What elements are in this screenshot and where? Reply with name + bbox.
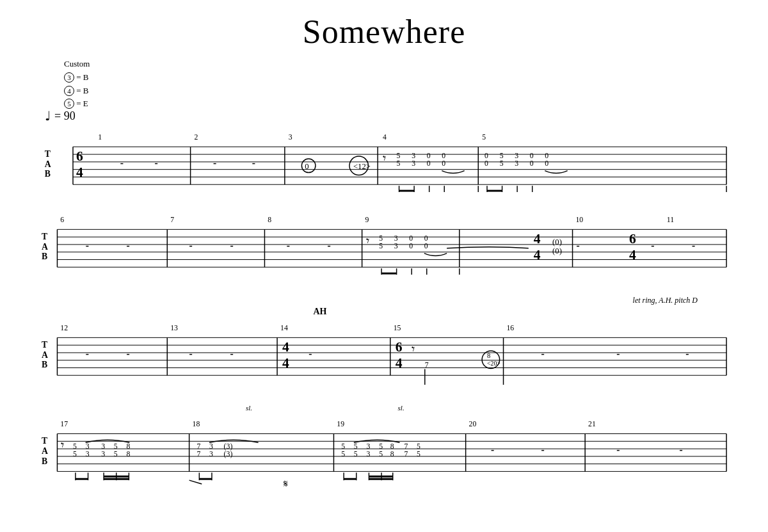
svg-text:12: 12 — [60, 324, 68, 332]
svg-text:3: 3 — [515, 159, 518, 168]
svg-text:4: 4 — [282, 355, 289, 371]
svg-text:-: - — [189, 240, 193, 251]
svg-text:3: 3 — [289, 133, 292, 141]
svg-text:0: 0 — [427, 159, 431, 168]
svg-text:3: 3 — [101, 450, 105, 458]
tempo: ♩ = 90 — [38, 108, 730, 124]
svg-text:7: 7 — [404, 450, 408, 458]
staff-svg-row4: T A B 17 18 19 20 21 𝄾 5 5 3 3 3 5 8 — [38, 414, 730, 488]
svg-text:<12>: <12> — [353, 162, 371, 171]
tuning-info: Custom 3 = B 4 = B 5 = E — [64, 58, 90, 111]
tempo-note: ♩ — [45, 108, 51, 124]
tuning-string-5: 5 = E — [64, 97, 90, 111]
svg-text:5: 5 — [114, 450, 118, 458]
svg-text:-: - — [126, 240, 129, 251]
svg-text:<20>: <20> — [487, 360, 500, 367]
svg-text:4: 4 — [629, 247, 636, 262]
svg-text:0: 0 — [409, 242, 413, 250]
svg-text:0: 0 — [530, 159, 534, 168]
svg-text:8: 8 — [487, 351, 490, 359]
svg-text:18: 18 — [193, 420, 200, 428]
svg-text:-: - — [651, 240, 654, 251]
page-title: Somewhere — [38, 13, 730, 51]
svg-text:14: 14 — [280, 324, 288, 332]
svg-text:-: - — [155, 157, 158, 168]
svg-text:𝄾: 𝄾 — [367, 238, 370, 243]
svg-text:3: 3 — [367, 450, 371, 458]
svg-text:-: - — [541, 444, 544, 455]
svg-text:4: 4 — [282, 339, 289, 355]
svg-text:T: T — [45, 149, 51, 159]
svg-text:11: 11 — [667, 216, 674, 224]
svg-text:-: - — [328, 240, 331, 251]
svg-text:6: 6 — [629, 231, 636, 246]
svg-text:5: 5 — [500, 159, 504, 168]
svg-text:B: B — [42, 360, 47, 369]
svg-text:-: - — [679, 444, 682, 455]
svg-text:0: 0 — [305, 162, 308, 171]
svg-text:-: - — [86, 240, 89, 251]
svg-text:4: 4 — [396, 355, 403, 371]
svg-text:5: 5 — [482, 133, 486, 141]
svg-text:7: 7 — [170, 216, 174, 224]
svg-text:-: - — [287, 240, 290, 251]
staff-row-2: T A B 6 7 8 9 10 11 - - - - - - — [38, 210, 730, 277]
staff-svg-row3: T A B 12 13 14 15 16 - - - - 4 4 - — [38, 318, 730, 382]
svg-text:-: - — [616, 444, 620, 455]
svg-text:5: 5 — [379, 242, 383, 250]
svg-text:-: - — [213, 157, 216, 168]
staff-row-4: sl. sl. T A B 17 18 19 20 21 — [38, 404, 730, 490]
svg-text:5: 5 — [73, 450, 77, 458]
svg-text:21: 21 — [588, 420, 596, 428]
svg-text:4: 4 — [76, 165, 83, 180]
svg-text:-: - — [576, 240, 579, 251]
svg-text:𝄾: 𝄾 — [383, 156, 386, 161]
svg-text:9: 9 — [365, 216, 369, 224]
tuning-label: Custom — [64, 58, 90, 71]
svg-text:-: - — [692, 240, 695, 251]
svg-text:8: 8 — [268, 216, 271, 224]
svg-text:3: 3 — [412, 159, 415, 168]
svg-text:2: 2 — [194, 133, 198, 141]
svg-text:-: - — [541, 348, 544, 359]
svg-text:5: 5 — [417, 450, 420, 458]
svg-text:A: A — [42, 446, 48, 456]
svg-text:-: - — [189, 348, 193, 359]
svg-text:-: - — [230, 240, 233, 251]
svg-text:10: 10 — [575, 216, 583, 224]
svg-text:-: - — [86, 348, 89, 359]
tuning-string-3: 3 = B — [64, 71, 90, 85]
svg-text:13: 13 — [170, 324, 178, 332]
svg-text:19: 19 — [337, 420, 344, 428]
svg-text:(0): (0) — [552, 246, 562, 255]
svg-text:5: 5 — [341, 450, 345, 458]
sl-annotations: sl. sl. — [38, 404, 730, 414]
svg-text:0: 0 — [545, 159, 548, 168]
svg-text:5: 5 — [397, 159, 401, 168]
svg-text:3: 3 — [209, 450, 213, 458]
svg-text:6: 6 — [396, 339, 403, 355]
svg-text:4: 4 — [383, 133, 387, 141]
svg-text:16: 16 — [506, 324, 514, 332]
svg-text:8: 8 — [390, 450, 394, 458]
staff-svg-row1: T A B 6 4 1 2 3 4 5 - - - - — [38, 127, 730, 188]
svg-text:6: 6 — [60, 216, 64, 224]
svg-text:𝄾: 𝄾 — [412, 346, 415, 351]
svg-text:0: 0 — [424, 242, 428, 250]
svg-text:0: 0 — [442, 159, 445, 168]
sl-annotation-1: sl. — [246, 404, 252, 412]
svg-text:-: - — [120, 157, 124, 168]
annotation-let-ring: let ring, A.H. pitch D — [38, 296, 730, 305]
staff-row-1: T A B 6 4 1 2 3 4 5 - - - - — [38, 127, 730, 191]
svg-text:𝄾: 𝄾 — [61, 442, 64, 447]
staff-row-3: let ring, A.H. pitch D AH T A B 12 13 14… — [38, 296, 730, 385]
svg-text:5: 5 — [379, 450, 383, 458]
staff-svg-row2: T A B 6 7 8 9 10 11 - - - - - - — [38, 210, 730, 274]
svg-text:B: B — [45, 169, 51, 179]
svg-text:B: B — [42, 252, 47, 261]
svg-text:7: 7 — [425, 361, 429, 369]
sl-annotation-2: sl. — [398, 404, 404, 412]
svg-text:-: - — [126, 348, 129, 359]
svg-text:-: - — [252, 157, 255, 168]
svg-text:-: - — [308, 348, 312, 359]
